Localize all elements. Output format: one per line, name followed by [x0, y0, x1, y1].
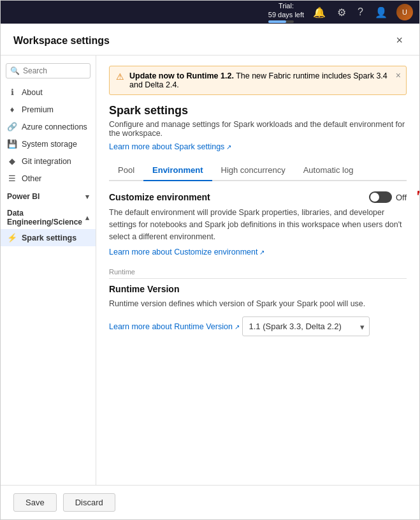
- close-button[interactable]: ×: [392, 33, 407, 48]
- learn-more-runtime-link[interactable]: Learn more about Runtime Version ↗: [109, 322, 240, 331]
- sidebar: 🔍 ℹ About ♦ Premium 🔗 Azure connections …: [1, 56, 96, 485]
- runtime-version-title: Runtime Version: [109, 284, 407, 294]
- version-select[interactable]: 1.1 (Spark 3.3, Delta 2.2) 1.2 (Spark 3.…: [242, 316, 370, 336]
- sidebar-item-azure-connections[interactable]: 🔗 Azure connections: [1, 118, 96, 135]
- external-link-icon-3: ↗: [235, 323, 240, 331]
- info-icon: ℹ: [7, 87, 17, 97]
- sidebar-item-about[interactable]: ℹ About: [1, 84, 96, 101]
- save-button[interactable]: Save: [13, 493, 57, 512]
- learn-more-customize-link[interactable]: Learn more about Customize environment ↗: [109, 248, 264, 256]
- update-banner: ⚠ Update now to Runtime 1.2. The new Fab…: [109, 66, 407, 95]
- search-box[interactable]: 🔍: [6, 63, 91, 78]
- search-icon: 🔍: [10, 66, 20, 75]
- external-link-icon-2: ↗: [259, 249, 264, 256]
- sidebar-item-system-storage[interactable]: 💾 System storage: [1, 135, 96, 152]
- chevron-down-icon: ▾: [85, 193, 89, 201]
- customize-env-title: Customize environment: [109, 192, 210, 202]
- main-container: Workspace settings × 🔍 ℹ About ♦ Premium: [1, 24, 419, 519]
- dialog-header: Workspace settings ×: [1, 24, 419, 56]
- avatar[interactable]: U: [396, 4, 413, 20]
- toggle-track: [369, 191, 392, 203]
- settings-icon[interactable]: ⚙: [335, 5, 349, 20]
- content-area: 🔍 ℹ About ♦ Premium 🔗 Azure connections …: [1, 56, 419, 485]
- customize-env-desc: The default environment will provide Spa…: [109, 207, 407, 242]
- sidebar-item-spark-settings[interactable]: ⚡ Spark settings: [1, 229, 96, 246]
- git-icon: ◆: [7, 156, 17, 166]
- warning-icon: ⚠: [116, 71, 124, 82]
- version-select-wrapper: 1.1 (Spark 3.3, Delta 2.2) 1.2 (Spark 3.…: [242, 316, 370, 336]
- cursor-arrow-icon: ↖: [416, 186, 419, 203]
- sidebar-item-premium[interactable]: ♦ Premium: [1, 101, 96, 118]
- tab-automatic-log[interactable]: Automatic log: [294, 160, 363, 181]
- page-subtitle: Configure and manage settings for Spark …: [109, 120, 407, 138]
- page-title: Spark settings: [109, 104, 407, 117]
- titlebar-icons: Trial: 59 days left 🔔 ⚙ ? 👤 U: [268, 1, 413, 24]
- tab-environment[interactable]: Environment: [143, 160, 212, 181]
- sidebar-item-other[interactable]: ☰ Other: [1, 170, 96, 187]
- runtime-version-desc: Runtime version defines which version of…: [109, 298, 407, 310]
- notification-icon[interactable]: 🔔: [310, 5, 328, 20]
- dialog-title: Workspace settings: [13, 35, 110, 47]
- runtime-divider-label: Runtime: [109, 268, 407, 279]
- tab-pool[interactable]: Pool: [109, 160, 143, 181]
- sidebar-section-data-engineering[interactable]: Data Engineering/Science ▴: [1, 204, 96, 229]
- external-link-icon: ↗: [226, 144, 231, 151]
- customize-env-section: Customize environment Off ↖: [109, 191, 407, 203]
- tab-high-concurrency[interactable]: High concurrency: [212, 160, 294, 181]
- trial-progress-fill: [268, 20, 286, 23]
- trial-progress-bar: [268, 20, 294, 23]
- tabs: Pool Environment High concurrency Automa…: [109, 160, 407, 181]
- main-content: ⚠ Update now to Runtime 1.2. The new Fab…: [96, 56, 419, 485]
- toggle-container: Off ↖: [369, 191, 407, 203]
- titlebar: Trial: 59 days left 🔔 ⚙ ? 👤 U: [1, 1, 419, 24]
- sidebar-item-git-integration[interactable]: ◆ Git integration: [1, 152, 96, 170]
- help-icon[interactable]: ?: [355, 5, 366, 19]
- spark-icon: ⚡: [7, 233, 17, 242]
- toggle-off-label: Off: [396, 193, 407, 202]
- search-input[interactable]: [23, 66, 86, 75]
- banner-close-button[interactable]: ×: [396, 70, 401, 80]
- storage-icon: 💾: [7, 139, 17, 149]
- other-icon: ☰: [7, 174, 17, 183]
- chevron-up-icon: ▴: [85, 214, 89, 222]
- user-menu-icon[interactable]: 👤: [372, 5, 390, 20]
- learn-more-spark-link[interactable]: Learn more about Spark settings ↗: [109, 142, 231, 151]
- premium-icon: ♦: [7, 105, 17, 114]
- workspace-settings-window: Trial: 59 days left 🔔 ⚙ ? 👤 U Workspace …: [0, 0, 420, 520]
- footer: Save Discard: [1, 485, 419, 519]
- azure-icon: 🔗: [7, 122, 17, 131]
- customize-env-toggle[interactable]: [369, 191, 392, 203]
- sidebar-section-power-bi[interactable]: Power BI ▾: [1, 187, 96, 204]
- trial-info: Trial: 59 days left: [268, 1, 304, 24]
- toggle-knob: [370, 193, 379, 202]
- discard-button[interactable]: Discard: [63, 493, 115, 512]
- banner-text: Update now to Runtime 1.2. The new Fabri…: [129, 71, 400, 89]
